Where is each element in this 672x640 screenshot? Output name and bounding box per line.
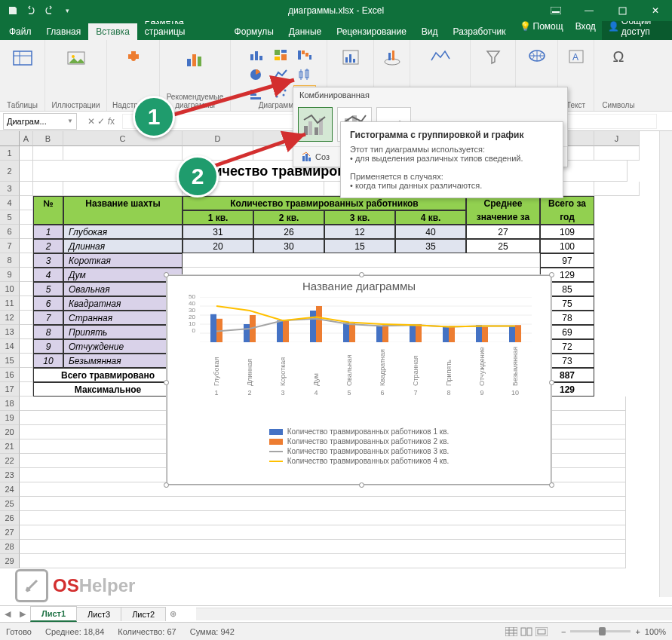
row-header[interactable]: 14 <box>0 339 20 354</box>
sparklines-button[interactable] <box>426 46 455 67</box>
svg-rect-2 <box>619 8 626 14</box>
line-chart-icon[interactable] <box>269 66 292 84</box>
zoom-level[interactable]: 100% <box>645 627 666 636</box>
waterfall-chart-icon[interactable] <box>293 46 316 64</box>
svg-rect-18 <box>298 51 301 60</box>
tab-formulas[interactable]: Формулы <box>227 23 281 40</box>
sheet-tab[interactable]: Лист2 <box>121 607 166 621</box>
row-header[interactable]: 17 <box>0 382 20 397</box>
row-header[interactable]: 11 <box>0 296 20 311</box>
row-header[interactable]: 1 <box>0 146 20 161</box>
col-header[interactable]: D <box>183 131 253 146</box>
addins-button[interactable] <box>120 46 147 70</box>
row-header[interactable]: 20 <box>0 425 20 439</box>
row-header[interactable]: 7 <box>0 239 20 253</box>
recommended-charts-button[interactable] <box>180 46 210 72</box>
col-header[interactable]: A <box>20 131 33 146</box>
tab-home[interactable]: Главная <box>39 23 89 40</box>
select-all[interactable] <box>0 131 20 146</box>
sheet-tab[interactable]: Лист1 <box>30 606 77 622</box>
tab-review[interactable]: Рецензирование <box>329 23 414 40</box>
combo-option-clustered[interactable] <box>298 107 333 142</box>
new-sheet-button[interactable]: ⊕ <box>165 609 181 619</box>
hierarchy-chart-icon[interactable] <box>269 46 292 64</box>
filters-button[interactable] <box>481 46 505 67</box>
pivot-chart-button[interactable] <box>337 46 364 69</box>
symbols-button[interactable]: Ω <box>609 46 628 68</box>
svg-rect-71 <box>482 327 488 342</box>
svg-rect-1 <box>552 11 560 13</box>
col-header[interactable]: J <box>594 131 640 146</box>
statistic-chart-icon[interactable] <box>293 66 316 84</box>
row-header[interactable]: 15 <box>0 354 20 368</box>
chart-plot-area[interactable]: 50403020100 ГлубокаяДлиннаяКороткаяДумОв… <box>200 297 532 376</box>
ribbon-tabs: Файл Главная Вставка Разметка страницы Ф… <box>0 21 672 40</box>
fx-icon[interactable]: ✕ ✓ fx <box>80 116 122 127</box>
row-header[interactable]: 27 <box>0 525 20 540</box>
ribbon-opts-icon[interactable] <box>539 0 572 21</box>
combo-header: Комбинированная <box>293 87 567 103</box>
worksheet[interactable]: A B C D E F G H I J 1 2Количество травми… <box>0 131 672 568</box>
3d-map-button[interactable] <box>379 46 406 69</box>
row-header[interactable]: 24 <box>0 482 20 497</box>
row-header[interactable]: 13 <box>0 325 20 339</box>
status-count: Количество: 67 <box>118 627 176 636</box>
zoom-in-button[interactable]: + <box>635 627 640 636</box>
annotation-1: 1 <box>133 96 175 138</box>
horizontal-scrollbar[interactable] <box>196 608 672 620</box>
links-button[interactable] <box>524 46 550 66</box>
row-header[interactable]: 8 <box>0 253 20 268</box>
illustrations-button[interactable] <box>62 46 91 70</box>
view-page-icon[interactable] <box>520 627 532 636</box>
th-q4: 4 кв. <box>395 210 466 225</box>
row-header[interactable]: 12 <box>0 311 20 325</box>
row-header[interactable]: 9 <box>0 268 20 282</box>
svg-rect-56 <box>310 311 316 342</box>
zoom-out-button[interactable]: − <box>561 627 566 636</box>
name-box[interactable]: Диаграм...▼ <box>3 113 77 130</box>
tab-data[interactable]: Данные <box>281 23 329 40</box>
row-header[interactable]: 26 <box>0 511 20 525</box>
tables-button[interactable] <box>8 46 37 70</box>
row-header[interactable]: 21 <box>0 439 20 454</box>
zoom-slider[interactable] <box>570 630 631 632</box>
tab-file[interactable]: Файл <box>2 23 39 40</box>
status-avg: Среднее: 18,84 <box>45 627 104 636</box>
sheet-nav-prev[interactable]: ◀ <box>0 609 15 619</box>
embedded-chart[interactable]: Название диаграммы 50403020100 ГлубокаяД… <box>166 274 552 485</box>
tab-developer[interactable]: Разработчик <box>446 23 514 40</box>
maximize-icon[interactable] <box>606 0 639 21</box>
footer-total-label: Всего травмировано <box>33 368 183 382</box>
combo-tooltip: Гистограмма с группировкой и график Этот… <box>340 121 563 198</box>
svg-rect-87 <box>308 158 311 161</box>
column-chart-icon[interactable] <box>245 46 268 64</box>
row-header[interactable]: 2 <box>0 161 20 182</box>
row-header[interactable]: 3 <box>0 182 20 196</box>
close-icon[interactable]: ✕ <box>639 0 672 21</box>
tab-view[interactable]: Вид <box>414 23 446 40</box>
sheet-nav-next[interactable]: ▶ <box>15 609 30 619</box>
row-header[interactable]: 19 <box>0 411 20 425</box>
row-header[interactable]: 16 <box>0 368 20 382</box>
view-normal-icon[interactable] <box>505 627 517 636</box>
row-header[interactable]: 23 <box>0 468 20 482</box>
minimize-icon[interactable]: — <box>572 0 606 21</box>
chart-title[interactable]: Название диаграммы <box>167 280 551 292</box>
row-header[interactable]: 28 <box>0 540 20 554</box>
row-header[interactable]: 6 <box>0 225 20 239</box>
row-header[interactable]: 25 <box>0 497 20 511</box>
view-break-icon[interactable] <box>535 627 548 636</box>
row-header[interactable]: 18 <box>0 397 20 411</box>
pie-chart-icon[interactable] <box>245 66 268 84</box>
status-sum: Сумма: 942 <box>190 627 235 636</box>
row-header[interactable]: 4 <box>0 196 20 210</box>
row-header[interactable]: 29 <box>0 554 20 568</box>
text-button[interactable]: A <box>564 46 588 67</box>
vertical-scrollbar[interactable] <box>659 131 672 597</box>
col-header[interactable]: B <box>33 131 63 146</box>
tab-insert[interactable]: Вставка <box>88 23 137 40</box>
row-header[interactable]: 22 <box>0 454 20 468</box>
row-header[interactable]: 10 <box>0 282 20 296</box>
sheet-tab[interactable]: Лист3 <box>76 607 121 621</box>
row-header[interactable]: 5 <box>0 210 20 225</box>
